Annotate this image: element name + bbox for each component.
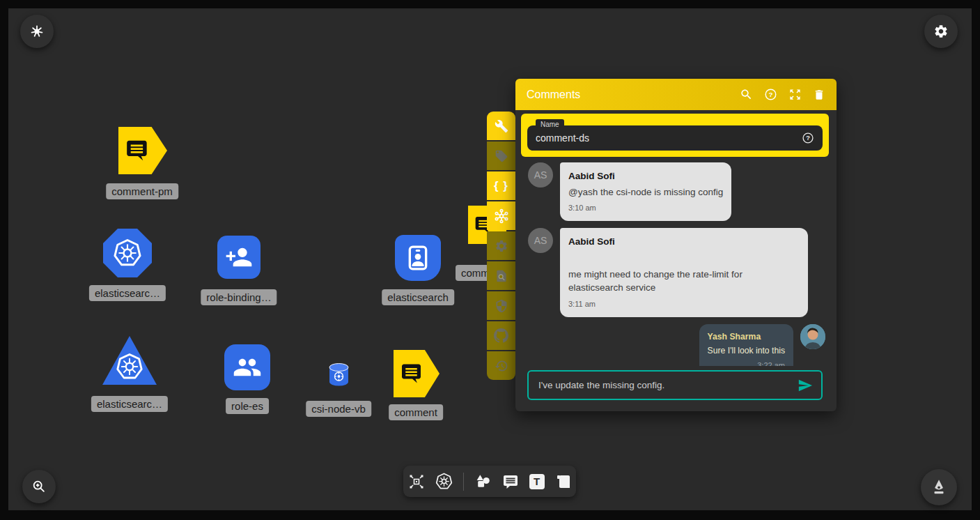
- comments-panel-header[interactable]: Comments ?: [515, 79, 837, 110]
- user-photo-icon: [800, 324, 825, 349]
- node-csi-node-vb[interactable]: [328, 363, 350, 386]
- tag-icon: [495, 149, 508, 163]
- history-button[interactable]: [487, 351, 515, 380]
- message-time: 3:11 am: [568, 299, 800, 310]
- avatar: AS: [528, 162, 553, 188]
- settings-action-button[interactable]: [487, 231, 515, 260]
- node-action-toolbar: { }: [487, 112, 515, 380]
- name-field-value: comment-ds: [536, 132, 802, 144]
- node-elasticsearch-octagon[interactable]: [103, 229, 152, 277]
- help-icon[interactable]: ?: [764, 88, 777, 101]
- pen-tool-button[interactable]: [921, 469, 957, 505]
- send-icon: [798, 378, 813, 393]
- search-icon[interactable]: [740, 88, 753, 101]
- label-button[interactable]: [487, 142, 515, 170]
- note-icon: [555, 473, 572, 490]
- comment-message: AS Aabid Sofi @yash the csi-node is miss…: [528, 162, 825, 221]
- cylinder-volume-icon: [328, 363, 350, 386]
- comment-icon: [400, 361, 425, 386]
- inspect-button[interactable]: [487, 261, 515, 290]
- badge-icon: [404, 244, 432, 272]
- components-tool[interactable]: [408, 473, 425, 490]
- node-label: role-binding…: [201, 289, 277, 305]
- toolbar-divider: [463, 473, 464, 491]
- canvas-tools-toolbar: T: [403, 466, 576, 497]
- node-label: elasticsearc…: [91, 396, 168, 412]
- kubernetes-logo-icon: [113, 238, 142, 268]
- send-button[interactable]: [798, 378, 813, 393]
- comment-input-row: [515, 366, 837, 411]
- gear-icon: [495, 239, 508, 253]
- avatar: AS: [528, 228, 553, 253]
- wrench-icon: [495, 119, 508, 133]
- svg-text:?: ?: [768, 91, 772, 98]
- kubernetes-icon: [493, 208, 510, 224]
- comments-thread[interactable]: AS Aabid Sofi @yash the csi-node is miss…: [515, 158, 837, 366]
- kubernetes-icon: [435, 473, 453, 490]
- components-icon: [408, 473, 425, 490]
- svg-text:?: ?: [806, 135, 810, 142]
- node-elasticsearch-serviceaccount[interactable]: [395, 235, 441, 281]
- message-author: Aabid Sofi: [568, 169, 723, 183]
- comment-message: Yash Sharma Sure I'll look into this 3:2…: [528, 324, 825, 366]
- shapes-icon: [474, 473, 492, 490]
- comment-input-field[interactable]: [537, 379, 798, 391]
- settings-button[interactable]: [924, 15, 958, 48]
- app-window: comment-pm elasticsearc… role-binding… e…: [0, 0, 980, 520]
- comments-panel: Comments ? Name comment-ds ? AS Aabid So…: [515, 79, 837, 411]
- message-time: 3:10 am: [568, 203, 723, 214]
- comment-icon: [125, 137, 151, 164]
- kubernetes-logo-icon: [116, 353, 143, 381]
- comment-message: AS Aabid Sofi me might need to change th…: [528, 228, 825, 317]
- name-field-highlight: Name comment-ds ?: [521, 114, 829, 157]
- comment-tool[interactable]: [502, 473, 519, 490]
- message-time: 3:22 am: [708, 360, 785, 366]
- delete-icon[interactable]: [813, 89, 825, 101]
- shapes-tool[interactable]: [474, 473, 492, 490]
- message-author: Aabid Sofi: [568, 235, 800, 249]
- node-label: comment: [389, 404, 443, 420]
- message-text: me might need to change the rate-limit f…: [568, 268, 800, 295]
- gear-icon: [933, 24, 949, 39]
- text-tool[interactable]: T: [529, 474, 545, 489]
- help-icon[interactable]: ?: [802, 132, 814, 144]
- kubernetes-menu-button[interactable]: [20, 15, 54, 48]
- edit-config-button[interactable]: { }: [487, 171, 515, 200]
- node-role-binding[interactable]: [217, 236, 260, 279]
- history-icon: [495, 359, 508, 373]
- message-text: @yash the csi-node is missing config: [568, 185, 723, 199]
- message-text: Sure I'll look into this: [708, 345, 785, 358]
- github-button[interactable]: [487, 321, 515, 350]
- panel-title: Comments: [527, 89, 740, 101]
- name-field[interactable]: Name comment-ds ?: [527, 125, 823, 151]
- zoom-button[interactable]: [22, 470, 56, 503]
- node-label: csi-node-vb: [306, 401, 371, 417]
- kubernetes-tool[interactable]: [435, 473, 453, 490]
- comment-input[interactable]: [527, 370, 823, 400]
- node-label: comment-pm: [106, 183, 178, 199]
- name-field-label: Name: [536, 119, 564, 130]
- people-icon: [233, 353, 262, 382]
- pen-nib-icon: [930, 478, 948, 496]
- kubernetes-wheel-icon: [30, 24, 44, 38]
- zoom-in-icon: [31, 479, 47, 494]
- policy-button[interactable]: [487, 291, 515, 320]
- comment-icon: [502, 473, 519, 490]
- message-author: Yash Sharma: [708, 331, 785, 344]
- node-label: elasticsearc…: [89, 285, 166, 301]
- expand-icon[interactable]: [788, 88, 802, 101]
- github-icon: [494, 328, 508, 343]
- kubernetes-resource-button[interactable]: [487, 201, 515, 230]
- node-label: role-es: [226, 398, 269, 414]
- configure-button[interactable]: [487, 112, 515, 140]
- node-role-es[interactable]: [224, 344, 270, 390]
- note-tool[interactable]: [555, 473, 572, 490]
- file-search-icon: [495, 269, 508, 283]
- node-label: elasticsearch: [382, 289, 454, 305]
- person-add-icon: [225, 243, 253, 271]
- shield-icon: [495, 299, 508, 313]
- avatar-photo: [800, 324, 825, 349]
